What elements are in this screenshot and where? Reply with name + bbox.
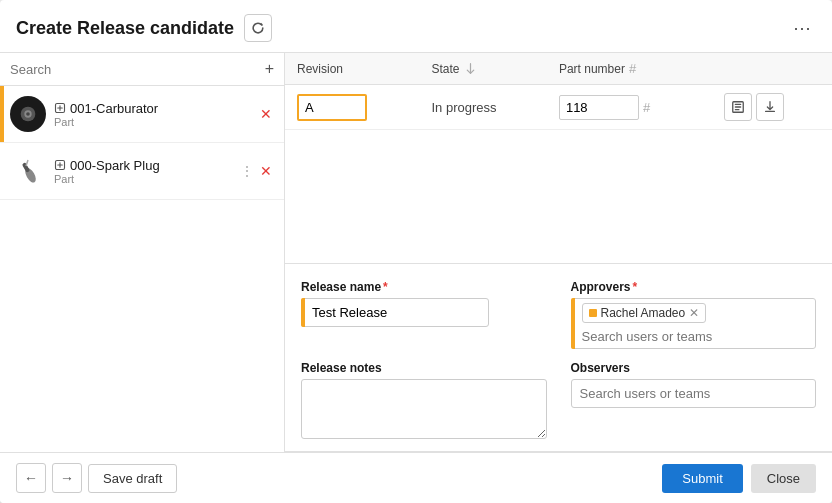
part-thumbnail [10,153,46,189]
row-actions-cell [712,85,832,130]
table-row: In progress # [285,85,832,130]
add-part-button[interactable]: + [265,61,274,77]
tag-indicator [589,309,597,317]
part-thumbnail [10,96,46,132]
dialog-footer: ← → Save draft Submit Close [0,452,832,503]
form-area: Release name* Approvers* [285,264,832,452]
state-badge: In progress [432,100,497,115]
approvers-group: Approvers* Rachel Amadeo ✕ [571,280,817,349]
submit-button[interactable]: Submit [662,464,742,493]
title-area: Create Release candidate [16,14,272,42]
right-panel: Revision State [285,53,832,452]
footer-left: ← → Save draft [16,463,177,493]
part-number-input[interactable] [559,95,639,120]
drag-handle-icon[interactable]: ⋮ [240,163,254,179]
parts-list: 001-Carburator Part ✕ [0,86,284,452]
part-name: 000-Spark Plug [54,158,232,173]
part-name: 001-Carburator [54,101,250,116]
release-name-label: Release name* [301,280,547,294]
dialog-header: Create Release candidate ⋯ [0,0,832,53]
part-info: 001-Carburator Part [54,101,250,128]
view-report-button[interactable] [724,93,752,121]
observers-group: Observers [571,361,817,439]
save-draft-button[interactable]: Save draft [88,464,177,493]
state-cell: In progress [420,85,547,130]
release-name-input[interactable] [301,298,489,327]
part-number-cell: # [547,85,712,130]
remove-approver-button[interactable]: ✕ [689,307,699,319]
actions-column-header [712,53,832,85]
part-actions: ✕ [258,104,274,124]
approvers-input-wrapper: Rachel Amadeo ✕ [571,298,817,349]
approver-name: Rachel Amadeo [601,306,686,320]
list-item: 000-Spark Plug Part ⋮ ✕ [0,143,284,200]
table-area: Revision State [285,53,832,264]
create-release-dialog: Create Release candidate ⋯ + [0,0,832,503]
part-type: Part [54,173,232,185]
left-panel: + [0,53,285,452]
required-marker: * [383,280,388,294]
revision-column-header: Revision [285,53,420,85]
download-button[interactable] [756,93,784,121]
more-options-button[interactable]: ⋯ [788,14,816,42]
search-bar: + [0,53,284,86]
part-actions: ⋮ ✕ [240,161,274,181]
approvers-label: Approvers* [571,280,817,294]
required-marker: * [633,280,638,294]
state-column-header: State [420,53,547,85]
close-button[interactable]: Close [751,464,816,493]
part-number-column-header: Part number # [547,53,712,85]
dialog-body: + [0,53,832,452]
part-name-text: 001-Carburator [70,101,158,116]
release-name-input-wrapper [301,298,547,327]
remove-part-button[interactable]: ✕ [258,161,274,181]
approvers-search-input[interactable] [582,329,808,344]
observers-label: Observers [571,361,817,375]
refresh-button[interactable] [244,14,272,42]
release-notes-textarea[interactable] [301,379,547,439]
release-notes-group: Release notes [301,361,547,439]
release-notes-label: Release notes [301,361,547,375]
forward-button[interactable]: → [52,463,82,493]
back-button[interactable]: ← [16,463,46,493]
part-type: Part [54,116,250,128]
part-info: 000-Spark Plug Part [54,158,232,185]
part-name-text: 000-Spark Plug [70,158,160,173]
approvers-input-area[interactable]: Rachel Amadeo ✕ [571,298,817,349]
dialog-title: Create Release candidate [16,18,234,39]
svg-point-2 [26,112,30,116]
svg-line-6 [26,160,28,166]
observers-search-input[interactable] [571,379,817,408]
hash-icon: # [643,100,650,115]
revision-cell [285,85,420,130]
approver-tag: Rachel Amadeo ✕ [582,303,707,323]
remove-part-button[interactable]: ✕ [258,104,274,124]
parts-table: Revision State [285,53,832,130]
release-name-group: Release name* [301,280,547,349]
revision-input[interactable] [297,94,367,121]
list-item: 001-Carburator Part ✕ [0,86,284,143]
footer-right: Submit Close [662,464,816,493]
search-input[interactable] [10,62,259,77]
